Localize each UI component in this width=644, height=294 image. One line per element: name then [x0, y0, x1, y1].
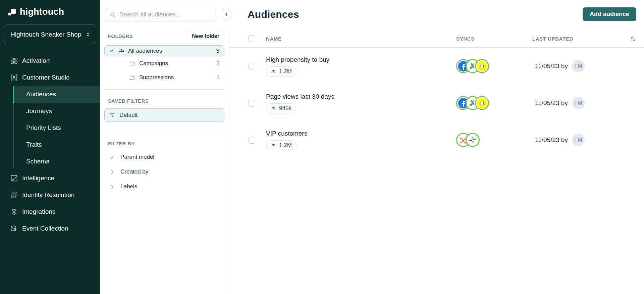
sidebar-item-label: Traits: [26, 141, 42, 148]
sidebar-item-intelligence[interactable]: Intelligence: [0, 170, 100, 187]
snapchat-sync-badge[interactable]: [475, 59, 489, 73]
sidebar-item-label: Customer Studio: [22, 74, 70, 81]
filter-group-created-by[interactable]: Created by: [100, 164, 229, 179]
audience-size: 1.2M: [279, 142, 292, 149]
chevron-right-icon: [110, 184, 115, 189]
chevron-right-icon: [110, 169, 115, 175]
add-audience-button[interactable]: Add audience: [583, 7, 636, 21]
row-checkbox[interactable]: [248, 100, 255, 107]
new-folder-button[interactable]: New folder: [187, 31, 224, 41]
audience-people-icon: [271, 68, 276, 74]
filter-by-list: Parent model Created by Labels: [100, 150, 229, 194]
last-updated-text: 11/05/23 by: [535, 99, 568, 107]
sidebar-item-audiences[interactable]: Audiences: [13, 86, 100, 103]
saved-filter-name: Default: [119, 112, 138, 118]
filter-icon: [109, 112, 115, 118]
section-divider: [104, 89, 224, 90]
audience-name[interactable]: VIP customers: [266, 130, 307, 137]
sidebar-item-activation[interactable]: Activation: [0, 52, 100, 69]
audience-size: 1.2M: [279, 68, 292, 75]
sidebar-item-identity-resolution[interactable]: Identity Resolution: [0, 187, 100, 203]
audiences-side-panel: FOLDERS New folder All audiences 3: [100, 0, 229, 294]
filter-group-labels[interactable]: Labels: [100, 179, 229, 194]
folder-item-all-audiences[interactable]: All audiences 3: [104, 45, 224, 56]
activation-icon: [10, 57, 18, 65]
collapse-panel-button[interactable]: [221, 9, 232, 20]
folders-list: All audiences 3 Campaigns 2 Suppressions…: [104, 45, 224, 85]
workspace-selector[interactable]: Hightouch Sneaker Shop: [4, 24, 96, 44]
slack-icon: [469, 136, 477, 144]
avatar: TM: [572, 134, 585, 146]
brand-logo: hightouch: [0, 0, 100, 17]
sidebar-item-traits[interactable]: Traits: [13, 136, 100, 153]
sidebar-item-event-collection[interactable]: Event Collection: [0, 220, 100, 237]
snapchat-icon: [477, 98, 487, 108]
sidebar-item-label: Schema: [26, 158, 50, 165]
sidebar-item-priority-lists[interactable]: Priority Lists: [13, 119, 100, 136]
intelligence-icon: [10, 174, 18, 182]
folder-name: Campaigns: [139, 60, 168, 67]
chevron-down-icon: [109, 48, 114, 53]
last-updated-text: 11/05/23 by: [535, 62, 568, 70]
audience-name[interactable]: Page views last 30 days: [266, 93, 334, 100]
sidebar-item-label: Journeys: [26, 107, 52, 115]
slack-sync-badge[interactable]: [466, 133, 480, 147]
folder-item-campaigns[interactable]: Campaigns 2: [104, 56, 224, 70]
sync-icons: [456, 133, 532, 147]
saved-filter-default[interactable]: Default: [104, 108, 224, 122]
table-row[interactable]: Page views last 30 days 945k: [229, 85, 644, 121]
audience-people-icon: [271, 142, 276, 148]
audience-size-badge: 945k: [266, 103, 296, 113]
chevron-right-icon: [110, 155, 115, 160]
column-header-last-updated: LAST UPDATED: [532, 36, 573, 42]
table-row[interactable]: VIP customers 1.2M: [229, 121, 644, 158]
section-divider: [104, 130, 224, 130]
audience-people-icon: [118, 48, 125, 54]
sidebar-item-journeys[interactable]: Journeys: [13, 103, 100, 119]
folder-count: 1: [217, 74, 220, 81]
sidebar-item-customer-studio[interactable]: Customer Studio: [0, 69, 100, 86]
audience-name[interactable]: High propensity to buy: [266, 56, 329, 63]
row-checkbox[interactable]: [248, 137, 255, 144]
folder-icon: [129, 75, 135, 81]
filter-group-label: Created by: [120, 168, 148, 175]
select-all-checkbox[interactable]: [248, 35, 255, 42]
folder-count: 2: [217, 60, 220, 67]
event-collection-icon: [10, 225, 18, 233]
table-row[interactable]: High propensity to buy 1.2M: [229, 48, 644, 85]
row-checkbox[interactable]: [248, 63, 255, 70]
snapchat-sync-badge[interactable]: [475, 96, 489, 110]
folders-section-label: FOLDERS: [108, 34, 133, 39]
audience-people-icon: [271, 105, 276, 111]
customer-studio-subnav: Audiences Journeys Priority Lists Traits…: [0, 86, 100, 170]
integrations-icon: [10, 208, 18, 216]
sidebar-item-label: Intelligence: [22, 175, 54, 182]
workspace-name: Hightouch Sneaker Shop: [10, 31, 81, 38]
audience-size-badge: 1.2M: [266, 140, 297, 150]
sync-icons: [456, 96, 532, 110]
audience-size: 945k: [279, 105, 291, 112]
filter-group-parent-model[interactable]: Parent model: [100, 150, 229, 164]
filter-group-label: Parent model: [120, 154, 154, 160]
logo-text: hightouch: [20, 7, 64, 17]
sidebar-item-label: Event Collection: [22, 225, 68, 232]
search-icon: [109, 11, 116, 18]
search-input[interactable]: [119, 11, 213, 18]
folder-name: All audiences: [128, 48, 162, 54]
folder-count: 3: [216, 48, 219, 54]
sync-icons: [456, 59, 532, 73]
last-updated-text: 11/05/23 by: [535, 136, 568, 144]
main-content: Audiences Add audience NAME SYNCS LAST U…: [229, 0, 644, 294]
sidebar-item-schema[interactable]: Schema: [13, 153, 100, 170]
chevron-up-down-icon: [85, 32, 91, 37]
column-header-name: NAME: [266, 36, 456, 42]
sidebar-item-integrations[interactable]: Integrations: [0, 203, 100, 220]
search-box: [105, 8, 217, 21]
folder-item-suppressions[interactable]: Suppressions 1: [104, 70, 224, 85]
sort-icon[interactable]: [630, 36, 636, 42]
sidebar-item-label: Priority Lists: [26, 124, 61, 132]
column-header-syncs: SYNCS: [456, 36, 532, 42]
filter-by-section-label: FILTER BY: [108, 141, 229, 146]
sidebar-item-label: Activation: [22, 57, 50, 64]
chevron-left-icon: [224, 12, 229, 17]
